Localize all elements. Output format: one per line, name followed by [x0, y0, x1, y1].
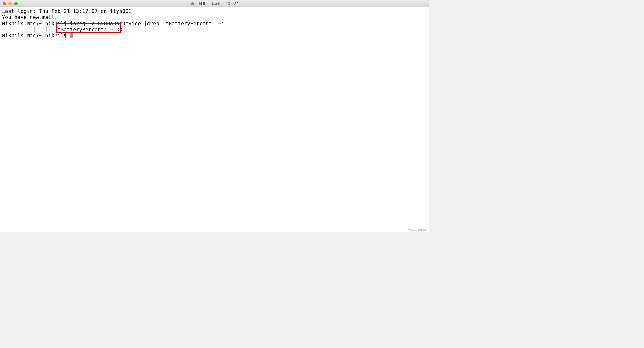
- window-title: nikhil — -bash — 101×25: [196, 1, 238, 6]
- command-text: ioreg -c BNBMouseDevice |grep '"BatteryP…: [70, 21, 224, 26]
- close-button[interactable]: [3, 2, 6, 5]
- minimize-button[interactable]: [8, 2, 12, 5]
- terminal-line-cmd1: Nikhils-Mac:~ nikhil$ ioreg -c BNBMouseD…: [2, 21, 427, 27]
- terminal-line-prompt2: Nikhils-Mac:~ nikhil$: [2, 33, 427, 39]
- terminal-window: nikhil — -bash — 101×25 Last login: Thu …: [0, 0, 429, 232]
- traffic-lights: [3, 2, 18, 5]
- output-tree-prefix: | | | | |: [2, 27, 57, 32]
- output-highlight-text: "BatteryPercent" = 30: [57, 27, 122, 32]
- battery-percent-output: "BatteryPercent" = 30: [57, 27, 122, 33]
- prompt: Nikhils-Mac:~ nikhil$: [2, 33, 70, 38]
- window-title-wrap: nikhil — -bash — 101×25: [191, 1, 238, 6]
- terminal-line-mail: You have new mail.: [2, 14, 427, 20]
- terminal-line-output: | | | | | "BatteryPercent" = 30: [2, 27, 427, 33]
- titlebar[interactable]: nikhil — -bash — 101×25: [0, 0, 429, 7]
- maximize-button[interactable]: [14, 2, 18, 5]
- cursor: [70, 33, 73, 38]
- watermark: www.deuaq.com: [408, 228, 427, 231]
- terminal-body[interactable]: Last login: Thu Feb 21 13:17:07 on ttys0…: [0, 7, 429, 232]
- home-icon: [191, 2, 195, 5]
- prompt: Nikhils-Mac:~ nikhil$: [2, 21, 70, 26]
- scrollbar[interactable]: [425, 7, 429, 232]
- terminal-line-last-login: Last login: Thu Feb 21 13:17:07 on ttys0…: [2, 8, 427, 14]
